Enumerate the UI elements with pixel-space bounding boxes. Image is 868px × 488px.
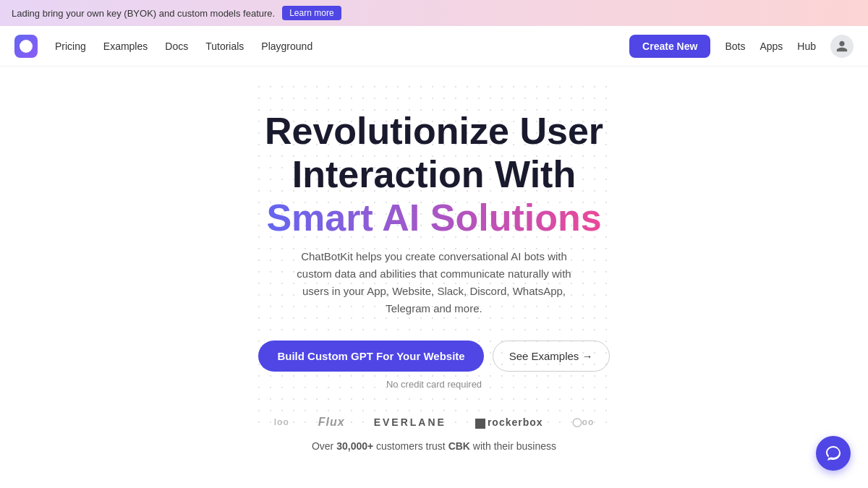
logos-section: loo Flux EVERLANE rockerbox ◯oo bbox=[274, 416, 595, 429]
build-gpt-button[interactable]: Build Custom GPT For Your Website bbox=[258, 341, 483, 372]
learn-more-button[interactable]: Learn more bbox=[282, 6, 341, 20]
nav-right: Create New Bots Apps Hub bbox=[629, 35, 854, 58]
hero-title-line1: Revolutionize User bbox=[265, 110, 603, 152]
hero-section: Revolutionize User Interaction With Smar… bbox=[0, 67, 868, 481]
nav-examples[interactable]: Examples bbox=[103, 40, 148, 52]
announcement-bar: Lading bring your own key (BYOK) and cus… bbox=[0, 0, 868, 26]
navbar: Pricing Examples Docs Tutorials Playgrou… bbox=[0, 26, 868, 67]
nav-tutorials[interactable]: Tutorials bbox=[205, 40, 244, 52]
trust-post: with their business bbox=[470, 440, 556, 452]
nav-playground[interactable]: Playground bbox=[261, 40, 312, 52]
trust-text: Over 30,000+ customers trust CBK with th… bbox=[312, 440, 556, 452]
svg-rect-0 bbox=[475, 419, 485, 429]
trust-mid: customers trust bbox=[373, 440, 448, 452]
logo-flux: Flux bbox=[318, 416, 345, 429]
no-credit-card-text: No credit card required bbox=[258, 379, 609, 390]
hero-buttons: Build Custom GPT For Your Website See Ex… bbox=[258, 341, 609, 372]
nav-bots[interactable]: Bots bbox=[725, 40, 745, 52]
nav-hub[interactable]: Hub bbox=[797, 40, 816, 52]
trust-pre: Over bbox=[312, 440, 336, 452]
see-examples-button[interactable]: See Examples → bbox=[493, 341, 610, 372]
trust-count: 30,000+ bbox=[336, 440, 373, 452]
nav-links: Pricing Examples Docs Tutorials Playgrou… bbox=[55, 40, 629, 52]
chat-float-button[interactable] bbox=[816, 436, 851, 471]
nav-docs[interactable]: Docs bbox=[165, 40, 188, 52]
trust-brand: CBK bbox=[448, 440, 470, 452]
logo-loo: loo bbox=[274, 417, 289, 427]
nav-apps[interactable]: Apps bbox=[760, 40, 783, 52]
user-avatar[interactable] bbox=[830, 35, 854, 58]
create-new-button[interactable]: Create New bbox=[629, 35, 710, 58]
announcement-text: Lading bring your own key (BYOK) and cus… bbox=[12, 8, 275, 19]
logo-rockerbox: rockerbox bbox=[475, 416, 543, 428]
hero-content: Revolutionize User Interaction With Smar… bbox=[258, 110, 609, 416]
hero-subtitle: ChatBotKit helps you create conversation… bbox=[282, 248, 586, 317]
logo[interactable] bbox=[14, 35, 38, 58]
nav-pricing[interactable]: Pricing bbox=[55, 40, 86, 52]
hero-title: Revolutionize User Interaction With Smar… bbox=[258, 110, 609, 239]
logo-everlane: EVERLANE bbox=[374, 416, 446, 428]
hero-title-gradient: Smart AI Solutions bbox=[266, 197, 601, 239]
logo-icon bbox=[20, 40, 33, 53]
logo-other: ◯oo bbox=[572, 417, 595, 427]
hero-title-line2: Interaction With bbox=[292, 153, 576, 195]
